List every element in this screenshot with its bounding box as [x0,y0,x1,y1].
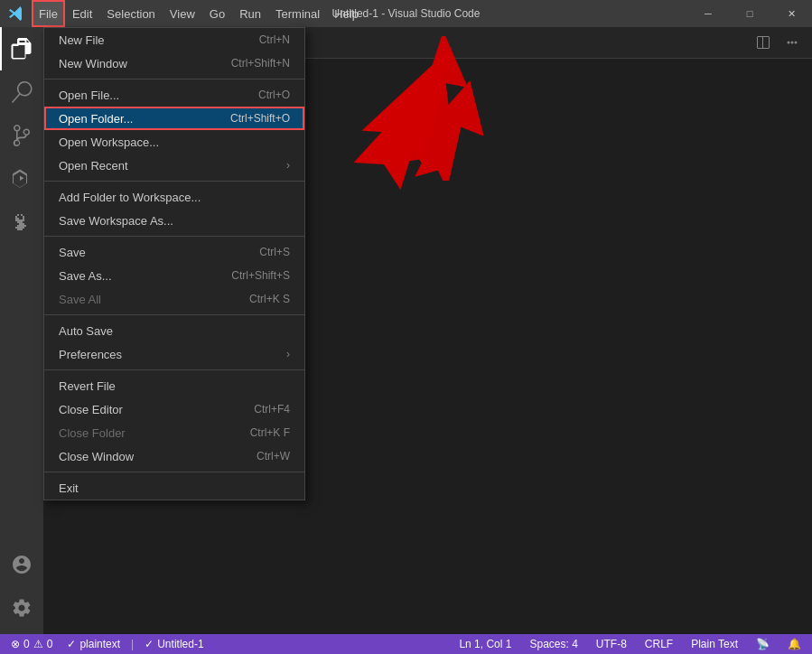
separator-6 [44,472,304,472]
menu-item-open-recent[interactable]: Open Recent › [44,154,304,177]
arrow-annotation [307,72,488,183]
menu-item-new-window[interactable]: New Window Ctrl+Shift+N [44,51,304,75]
menu-item-save-workspace[interactable]: Save Workspace As... [44,209,304,232]
svg-marker-0 [397,81,483,181]
menu-selection[interactable]: Selection [99,0,162,27]
minimize-button[interactable]: ─ [687,0,729,27]
menu-item-open-workspace[interactable]: Open Workspace... [44,130,304,154]
menu-run[interactable]: Run [232,0,268,27]
menu-edit[interactable]: Edit [65,0,99,27]
menu-item-save[interactable]: Save Ctrl+S [44,240,304,264]
menu-view[interactable]: View [163,0,202,27]
menu-item-add-folder[interactable]: Add Folder to Workspace... [44,185,304,209]
window-controls: ─ □ ✕ [687,0,812,27]
menu-item-save-all: Save All Ctrl+K S [44,287,304,311]
menu-file[interactable]: File [32,0,65,27]
maximize-button[interactable]: □ [729,0,770,27]
titlebar: File Edit Selection View Go Run Terminal… [0,0,812,27]
dropdown-overlay[interactable]: New File Ctrl+N New Window Ctrl+Shift+N … [0,27,812,654]
separator-1 [44,79,304,79]
menu-item-open-file[interactable]: Open File... Ctrl+O [44,83,304,107]
menu-item-save-as[interactable]: Save As... Ctrl+Shift+S [44,264,304,287]
menu-go[interactable]: Go [202,0,232,27]
menu-item-preferences[interactable]: Preferences › [44,342,304,366]
menu-item-close-window[interactable]: Close Window Ctrl+W [44,444,304,468]
window-title: Untitled-1 - Visual Studio Code [332,7,481,20]
menu-item-auto-save[interactable]: Auto Save [44,319,304,342]
menu-item-close-editor[interactable]: Close Editor Ctrl+F4 [44,397,304,421]
menu-item-open-folder[interactable]: Open Folder... Ctrl+Shift+O [44,107,304,130]
file-dropdown-menu: New File Ctrl+N New Window Ctrl+Shift+N … [43,27,305,500]
vscode-logo-icon [0,0,32,27]
menu-item-exit[interactable]: Exit [44,476,304,500]
menu-item-new-file[interactable]: New File Ctrl+N [44,28,304,51]
menu-item-revert-file[interactable]: Revert File [44,374,304,397]
menu-item-close-folder: Close Folder Ctrl+K F [44,421,304,444]
close-button[interactable]: ✕ [770,0,812,27]
separator-4 [44,314,304,315]
separator-3 [44,236,304,237]
separator-5 [44,369,304,370]
menu-terminal[interactable]: Terminal [268,0,327,27]
separator-2 [44,181,304,182]
